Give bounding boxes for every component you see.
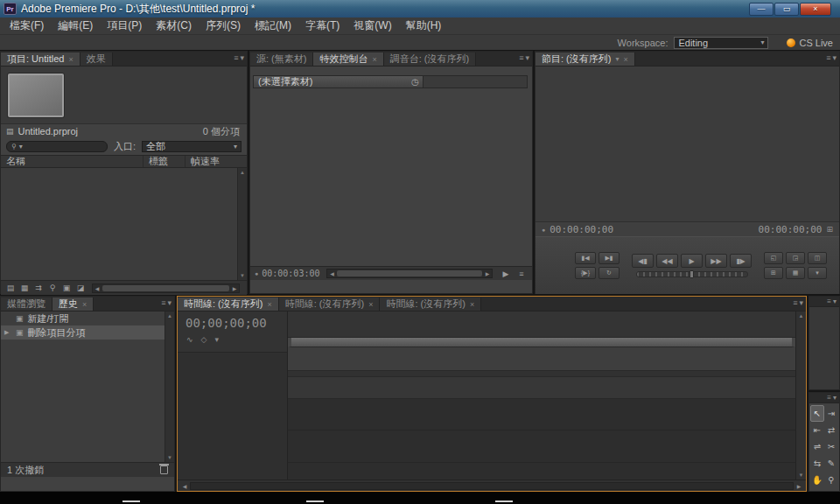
extract-button[interactable]: ◲	[786, 252, 805, 264]
selection-tool[interactable]: ↖	[810, 405, 824, 422]
menu-item-project[interactable]: 項目(P)	[100, 18, 149, 33]
menu-item-title[interactable]: 字幕(T)	[298, 18, 346, 33]
snap-icon[interactable]: ∿	[186, 335, 193, 344]
menu-item-sequence[interactable]: 序列(S)	[199, 18, 248, 33]
go-to-out-button[interactable]: ▶▮	[598, 252, 620, 264]
jog-slider[interactable]	[636, 271, 748, 277]
menu-item-edit[interactable]: 編輯(E)	[51, 18, 100, 33]
lift-button[interactable]: ◱	[764, 252, 783, 264]
project-item-list[interactable]: ▲ ▼	[1, 168, 247, 280]
grip-icon[interactable]: ≡	[827, 394, 831, 402]
close-icon[interactable]: ×	[68, 55, 73, 64]
project-vertical-scrollbar[interactable]: ▲ ▼	[237, 168, 247, 280]
close-icon[interactable]: ×	[267, 300, 271, 309]
track-select-tool[interactable]: ⇥	[824, 405, 838, 422]
scroll-up-icon[interactable]: ▲	[799, 313, 804, 318]
effect-timecode[interactable]: 00:00:03:00	[262, 269, 319, 278]
scroll-left-icon[interactable]: ◀	[93, 285, 102, 291]
scroll-right-icon[interactable]: ▶	[483, 270, 492, 276]
close-button[interactable]: ×	[800, 3, 831, 16]
tab-project[interactable]: 項目: Untitled ×	[1, 52, 80, 66]
work-area-bar[interactable]	[288, 338, 795, 347]
project-horizontal-scrollbar[interactable]: ◀ ▶	[92, 284, 240, 293]
scrollbar-thumb[interactable]	[102, 285, 229, 291]
play-icon[interactable]: ▶	[500, 268, 512, 279]
panel-menu-icon[interactable]: ≡ ▾	[826, 53, 836, 62]
shuttle-forward-button[interactable]: ▶▶	[705, 254, 727, 268]
panel-menu-icon[interactable]: ≡ ▾	[519, 53, 529, 62]
panel-menu-icon[interactable]: ≡ ▾	[234, 53, 244, 62]
marker-icon[interactable]: ◇	[201, 335, 207, 344]
close-icon[interactable]: ×	[368, 300, 373, 309]
tab-audio-mixer[interactable]: 調音台: (沒有序列)	[384, 52, 476, 66]
chevron-down-icon[interactable]: ▾	[833, 394, 836, 402]
history-row-selected[interactable]: ▶ ▣ 刪除項目分項	[1, 326, 174, 340]
scroll-down-icon[interactable]: ▼	[240, 273, 245, 278]
icon-view-icon[interactable]: ▦	[18, 283, 31, 294]
panel-menu-icon[interactable]: ≡ ▾	[161, 298, 172, 307]
panel-menu-button[interactable]: ▾	[808, 267, 827, 279]
menu-item-marker[interactable]: 標記(M)	[248, 18, 298, 33]
history-row[interactable]: ▣ 新建/打開	[1, 312, 174, 326]
play-button[interactable]: ▶	[681, 254, 703, 268]
column-header-name[interactable]: 名稱	[1, 156, 144, 167]
go-to-in-button[interactable]: ▮◀	[575, 252, 596, 264]
column-header-label[interactable]: 標籤	[144, 156, 186, 167]
minimize-button[interactable]: —	[749, 3, 774, 16]
output-button[interactable]: ▦	[786, 267, 805, 279]
effect-horizontal-scrollbar[interactable]: ◀ ▶	[326, 269, 493, 278]
project-item-row[interactable]: ▤ Untitled.prproj 0 個分項	[1, 124, 247, 138]
pen-tool[interactable]: ✎	[824, 455, 838, 472]
tab-timeline-3[interactable]: 時間線: (沒有序列) ×	[380, 298, 481, 311]
find-icon[interactable]: ⚲	[46, 283, 59, 294]
program-position-timecode[interactable]: 00:00:00;00	[550, 224, 613, 235]
chevron-down-icon[interactable]: ▾	[214, 335, 219, 344]
tab-media-browser[interactable]: 媒體瀏覽	[1, 298, 52, 311]
rolling-edit-tool[interactable]: ⇄	[824, 422, 838, 438]
list-view-icon[interactable]: ▤	[4, 283, 17, 294]
razor-tool[interactable]: ✂	[824, 438, 838, 455]
tab-timeline-1[interactable]: 時間線: (沒有序列) ×	[178, 298, 279, 311]
close-icon[interactable]: ×	[82, 300, 87, 309]
trash-icon[interactable]	[160, 466, 168, 474]
tab-effect-controls[interactable]: 特效控制台 ×	[313, 52, 383, 66]
scrollbar-track[interactable]	[190, 482, 794, 490]
entry-select[interactable]: 全部 ▾	[142, 141, 242, 152]
fit-icon[interactable]: ⊞	[826, 225, 833, 234]
tab-timeline-2[interactable]: 時間線: (沒有序列) ×	[279, 298, 381, 311]
timeline-timecode[interactable]: 00;00;00;00	[178, 312, 287, 330]
hand-tool[interactable]: ✋	[810, 472, 824, 488]
export-frame-button[interactable]: ◫	[808, 252, 827, 264]
scroll-down-icon[interactable]: ▼	[167, 455, 172, 460]
column-header-framerate[interactable]: 幀速率	[186, 156, 247, 167]
loop-button[interactable]: ↻	[598, 267, 620, 279]
panel-menu-icon[interactable]: ≡ ▾	[793, 298, 803, 307]
scroll-down-icon[interactable]: ▼	[799, 472, 804, 478]
new-bin-icon[interactable]: ▣	[60, 283, 73, 294]
menu-item-help[interactable]: 幫助(H)	[399, 18, 449, 33]
grip-icon[interactable]: ≡	[515, 268, 528, 279]
timeline-vertical-scrollbar[interactable]: ▲ ▼	[795, 312, 806, 480]
new-item-icon[interactable]: ◪	[74, 283, 87, 294]
play-in-out-button[interactable]: {▶}	[575, 267, 596, 279]
safe-margins-button[interactable]: ⊞	[764, 267, 783, 279]
tab-program-monitor[interactable]: 節目: (沒有序列) ▾ ×	[536, 52, 635, 66]
audio-track[interactable]	[288, 377, 795, 399]
timeline-track-area[interactable]	[288, 312, 795, 480]
tab-history[interactable]: 歷史 ×	[52, 298, 94, 311]
workspace-select[interactable]: Editing ▾	[674, 37, 768, 49]
close-icon[interactable]: ×	[372, 55, 376, 64]
video-track[interactable]	[288, 347, 795, 371]
scrollbar-thumb[interactable]	[337, 270, 482, 276]
timeline-ruler[interactable]	[288, 312, 795, 338]
scroll-right-icon[interactable]: ▶	[794, 483, 804, 489]
menu-item-clip[interactable]: 素材(C)	[149, 18, 199, 33]
slip-tool[interactable]: ⇆	[810, 455, 824, 472]
menu-item-file[interactable]: 檔案(F)	[3, 18, 51, 33]
chevron-down-icon[interactable]: ▾	[615, 55, 619, 63]
scroll-up-icon[interactable]: ▲	[167, 313, 172, 318]
stopwatch-icon[interactable]: ◷	[411, 77, 419, 87]
rate-stretch-tool[interactable]: ⇌	[810, 438, 824, 455]
close-icon[interactable]: ×	[470, 300, 474, 309]
chevron-down-icon[interactable]: ▾	[833, 298, 836, 305]
